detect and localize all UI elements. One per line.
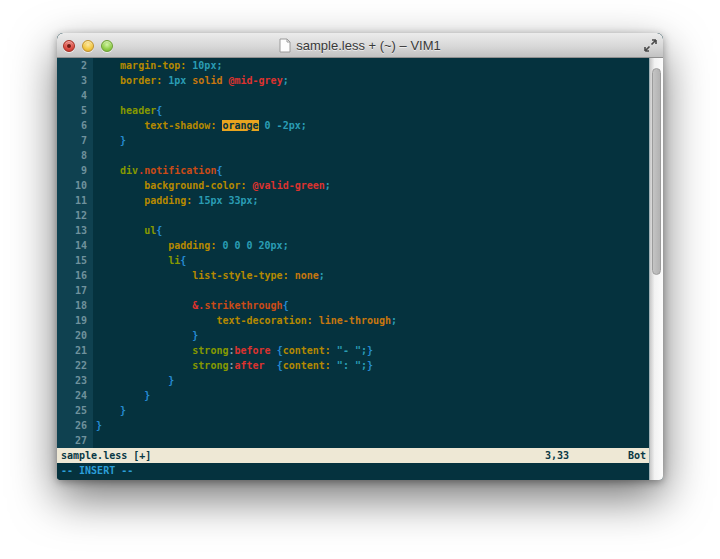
code-line: 13 ul{ [57, 223, 649, 238]
line-number: 12 [57, 208, 93, 223]
code-text: padding: 0 0 0 20px; [93, 238, 289, 253]
code-line: 4 [57, 88, 649, 103]
code-text: ul{ [93, 223, 162, 238]
code-line: 14 padding: 0 0 0 20px; [57, 238, 649, 253]
status-bar: sample.less [+] 3,33 Bot [57, 448, 649, 463]
code-line: 15 li{ [57, 253, 649, 268]
code-lines: 2 margin-top: 10px;3 border: 1px solid @… [57, 58, 649, 448]
code-text [93, 148, 96, 163]
code-line: 11 padding: 15px 33px; [57, 193, 649, 208]
window-content: 2 margin-top: 10px;3 border: 1px solid @… [57, 58, 663, 480]
scrollbar[interactable] [649, 58, 663, 480]
code-line: 16 list-style-type: none; [57, 268, 649, 283]
code-text: } [93, 403, 126, 418]
line-number: 18 [57, 298, 93, 313]
line-number: 2 [57, 58, 93, 73]
modified-dot-icon [67, 44, 71, 48]
zoom-button[interactable] [101, 40, 113, 52]
code-text: padding: 15px 33px; [93, 193, 259, 208]
close-button[interactable] [63, 40, 75, 52]
line-number: 16 [57, 268, 93, 283]
code-line: 25 } [57, 403, 649, 418]
line-number: 3 [57, 73, 93, 88]
line-number: 23 [57, 373, 93, 388]
line-number: 7 [57, 133, 93, 148]
editor-area[interactable]: 2 margin-top: 10px;3 border: 1px solid @… [57, 58, 649, 480]
line-number: 26 [57, 418, 93, 433]
code-line: 10 background-color: @valid-green; [57, 178, 649, 193]
code-line: 8 [57, 148, 649, 163]
mode-indicator: -- INSERT -- [61, 465, 133, 476]
line-number: 10 [57, 178, 93, 193]
line-number: 6 [57, 118, 93, 133]
code-text: } [93, 373, 174, 388]
command-line[interactable]: -- INSERT -- [57, 463, 649, 479]
vim-window: sample.less + (~) – VIM1 2 margin-top: 1… [57, 33, 663, 480]
code-text [93, 283, 96, 298]
code-text: strong:before {content: "- ";} [93, 343, 373, 358]
line-number: 22 [57, 358, 93, 373]
line-number: 27 [57, 433, 93, 448]
fullscreen-button[interactable] [643, 38, 658, 53]
code-line: 24 } [57, 388, 649, 403]
line-number: 24 [57, 388, 93, 403]
code-text: } [93, 328, 198, 343]
code-text: text-decoration: line-through; [93, 313, 397, 328]
code-text: background-color: @valid-green; [93, 178, 331, 193]
line-number: 14 [57, 238, 93, 253]
line-number: 20 [57, 328, 93, 343]
line-number: 5 [57, 103, 93, 118]
code-text: margin-top: 10px; [93, 58, 222, 73]
window-title: sample.less + (~) – VIM1 [296, 38, 441, 53]
screenshot-stage: sample.less + (~) – VIM1 2 margin-top: 1… [0, 0, 720, 559]
scrollbar-thumb[interactable] [652, 68, 661, 275]
line-number: 11 [57, 193, 93, 208]
code-text [93, 88, 96, 103]
code-line: 9 div.notification{ [57, 163, 649, 178]
code-text: li{ [93, 253, 186, 268]
code-text: } [93, 418, 102, 433]
code-line: 5 header{ [57, 103, 649, 118]
line-number: 25 [57, 403, 93, 418]
code-text: } [93, 388, 150, 403]
code-text: } [93, 133, 126, 148]
title-group: sample.less + (~) – VIM1 [279, 38, 441, 53]
code-line: 12 [57, 208, 649, 223]
line-number: 13 [57, 223, 93, 238]
line-number: 17 [57, 283, 93, 298]
code-text: list-style-type: none; [93, 268, 325, 283]
code-line: 7 } [57, 133, 649, 148]
code-text: div.notification{ [93, 163, 222, 178]
code-line: 18 &.strikethrough{ [57, 298, 649, 313]
status-filename: sample.less [+] [61, 448, 151, 463]
code-line: 3 border: 1px solid @mid-grey; [57, 73, 649, 88]
code-line: 26} [57, 418, 649, 433]
traffic-lights [63, 33, 113, 58]
status-scroll-indicator: Bot [628, 448, 646, 463]
status-cursor-position: 3,33 [545, 448, 569, 463]
code-text [93, 433, 96, 448]
code-line: 23 } [57, 373, 649, 388]
code-text: header{ [93, 103, 162, 118]
line-number: 19 [57, 313, 93, 328]
code-line: 22 strong:after {content: ": ";} [57, 358, 649, 373]
line-number: 21 [57, 343, 93, 358]
code-text: &.strikethrough{ [93, 298, 289, 313]
code-line: 17 [57, 283, 649, 298]
search-highlight-match: orange [222, 120, 258, 131]
line-number: 8 [57, 148, 93, 163]
line-number: 9 [57, 163, 93, 178]
code-text [93, 208, 96, 223]
code-text: strong:after {content: ": ";} [93, 358, 373, 373]
code-line: 20 } [57, 328, 649, 343]
line-number: 4 [57, 88, 93, 103]
code-line: 6 text-shadow: orange 0 -2px; [57, 118, 649, 133]
code-text: border: 1px solid @mid-grey; [93, 73, 289, 88]
minimize-button[interactable] [82, 40, 94, 52]
code-line: 21 strong:before {content: "- ";} [57, 343, 649, 358]
document-icon [279, 38, 291, 53]
code-line: 27 [57, 433, 649, 448]
window-titlebar[interactable]: sample.less + (~) – VIM1 [57, 33, 663, 58]
code-line: 19 text-decoration: line-through; [57, 313, 649, 328]
code-text: text-shadow: orange 0 -2px; [93, 118, 307, 133]
